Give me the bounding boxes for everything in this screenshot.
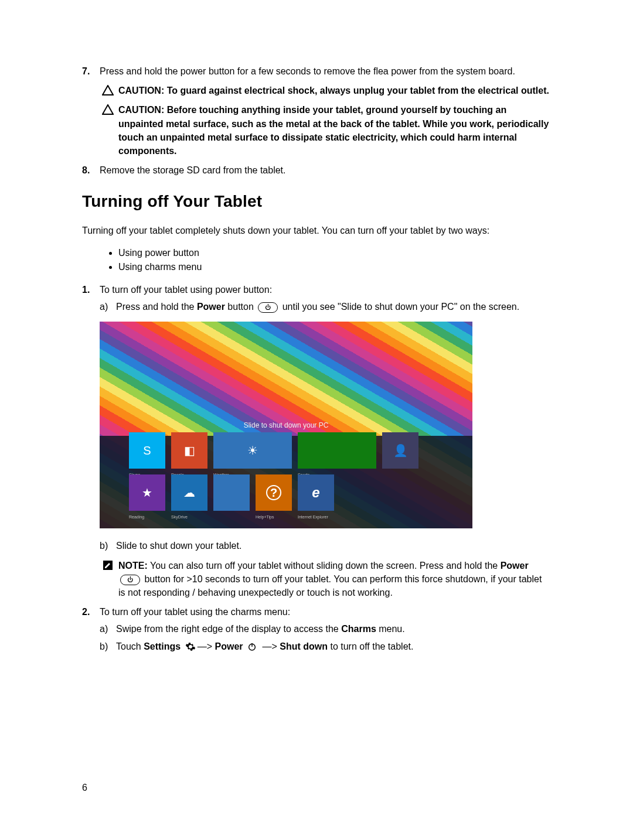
method-bullet-list: Using power button Using charms menu xyxy=(118,246,551,275)
tile-help: ?Help+Tips xyxy=(256,474,292,511)
bullet-charms-menu: Using charms menu xyxy=(118,260,551,275)
tile-label: SkyDrive xyxy=(171,515,207,519)
caution-block: CAUTION: Before touching anything inside… xyxy=(100,103,551,158)
tile-people: ◧People xyxy=(171,432,207,469)
tile-reading: ★Reading xyxy=(129,474,165,511)
substep-1a: a) Press and hold the Power button ⏻ unt… xyxy=(100,300,551,313)
substep-2b: b) Touch Settings —> Power —> Shut down … xyxy=(100,640,551,653)
step-number: 1. xyxy=(82,283,100,296)
slide-to-shutdown-figure: Slide to shut down your PC ▼ SSkype ◧Peo… xyxy=(100,322,472,528)
page-number: 6 xyxy=(82,783,87,793)
step-text: To turn off your tablet using the charms… xyxy=(100,605,551,619)
tile-weather: ☀Weather xyxy=(213,432,292,469)
substep-1b: b) Slide to shut down your tablet. xyxy=(100,539,551,552)
note-text: NOTE: You can also turn off your tablet … xyxy=(116,559,551,600)
text-fragment: button xyxy=(225,302,256,312)
settings-keyword: Settings xyxy=(144,641,181,651)
substep-text: Press and hold the Power button ⏻ until … xyxy=(116,300,551,313)
text-fragment: Swipe from the right edge of the display… xyxy=(116,624,341,634)
text-fragment: You can also turn off your tablet withou… xyxy=(148,561,501,571)
substep-2a: a) Swipe from the right edge of the disp… xyxy=(100,622,551,636)
tile-ie: eInternet Explorer xyxy=(298,474,334,511)
substep-text: Touch Settings —> Power —> Shut down to … xyxy=(116,640,551,653)
power-button-icon: ⏻ xyxy=(258,302,278,313)
charms-keyword: Charms xyxy=(341,624,376,634)
tile-label: Help+Tips xyxy=(256,515,292,519)
caution-triangle-icon xyxy=(100,103,116,158)
tile-label: Reading xyxy=(129,515,165,519)
tile-sports: Sports xyxy=(298,432,376,469)
power-keyword: Power xyxy=(197,302,225,312)
text-fragment: Press and hold the xyxy=(116,302,197,312)
ordered-step-2: 2. To turn off your tablet using the cha… xyxy=(82,605,551,619)
note-pencil-icon xyxy=(100,559,116,600)
gear-icon xyxy=(185,641,196,652)
tile-blank xyxy=(213,474,250,511)
step-7: 7. Press and hold the power button for a… xyxy=(82,64,551,78)
intro-paragraph: Turning off your tablet completely shuts… xyxy=(82,224,551,237)
note-block: NOTE: You can also turn off your tablet … xyxy=(100,559,551,600)
text-fragment: menu. xyxy=(376,624,405,634)
substep-text: Swipe from the right edge of the display… xyxy=(116,622,551,636)
step-number: 8. xyxy=(82,163,100,177)
substep-mark: b) xyxy=(100,640,116,653)
ordered-step-1: 1. To turn off your tablet using power b… xyxy=(82,283,551,296)
power-keyword: Power xyxy=(501,561,529,571)
step-number: 2. xyxy=(82,605,100,619)
tile-skype: SSkype xyxy=(129,432,165,469)
power-icon xyxy=(247,641,258,652)
substep-mark: a) xyxy=(100,300,116,313)
document-page: 7. Press and hold the power button for a… xyxy=(0,0,633,840)
text-fragment: button for >10 seconds to turn off your … xyxy=(118,574,542,597)
caution-text: CAUTION: Before touching anything inside… xyxy=(116,103,551,158)
caution-triangle-icon xyxy=(100,84,116,97)
tile-skydrive: ☁SkyDrive xyxy=(171,474,207,511)
step-text: Remove the storage SD card from the tabl… xyxy=(100,163,551,177)
caution-content: Before touching anything inside your tab… xyxy=(118,105,549,156)
power-button-icon: ⏻ xyxy=(120,575,140,585)
text-fragment: until you see "Slide to shut down your P… xyxy=(280,302,519,312)
step-text: To turn off your tablet using power butt… xyxy=(100,283,551,296)
note-label: NOTE: xyxy=(118,561,148,571)
slide-text: Slide to shut down your PC xyxy=(100,421,472,429)
text-fragment: —> xyxy=(198,641,215,651)
text-fragment: —> xyxy=(260,641,280,651)
bullet-power-button: Using power button xyxy=(118,246,551,261)
substep-mark: b) xyxy=(100,539,116,552)
caution-label: CAUTION: xyxy=(118,86,164,95)
text-fragment: Touch xyxy=(116,641,144,651)
shutdown-keyword: Shut down xyxy=(280,641,328,651)
caution-content: To guard against electrical shock, alway… xyxy=(164,86,549,95)
caution-block: CAUTION: To guard against electrical sho… xyxy=(100,84,551,97)
substep-mark: a) xyxy=(100,622,116,636)
section-heading: Turning off Your Tablet xyxy=(82,192,551,211)
tile-user: 👤 xyxy=(382,432,418,469)
step-number: 7. xyxy=(82,64,100,78)
step-8: 8. Remove the storage SD card from the t… xyxy=(82,163,551,177)
step-text: Press and hold the power button for a fe… xyxy=(100,64,551,78)
caution-text: CAUTION: To guard against electrical sho… xyxy=(116,84,551,97)
caution-label: CAUTION: xyxy=(118,105,164,115)
tile-label: Internet Explorer xyxy=(298,515,334,519)
substep-text: Slide to shut down your tablet. xyxy=(116,539,551,552)
power-keyword: Power xyxy=(215,641,243,651)
text-fragment: to turn off the tablet. xyxy=(328,641,413,651)
start-tiles: SSkype ◧People ☀Weather Sports 👤 ★Readin… xyxy=(129,432,443,511)
